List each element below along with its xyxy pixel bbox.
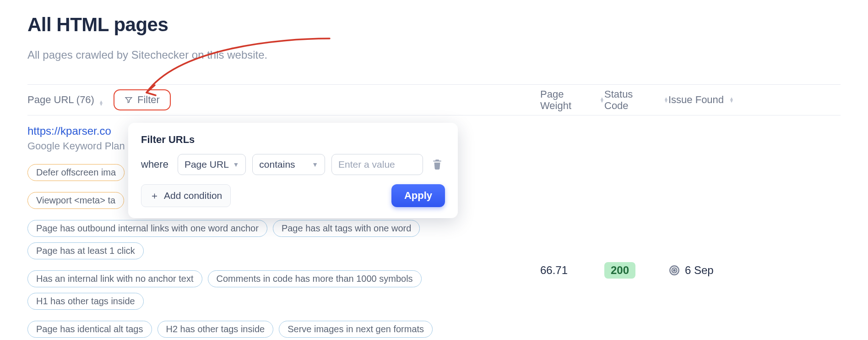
page-subtitle: All pages crawled by Sitechecker on this…: [27, 49, 841, 61]
status-code-badge: 200: [604, 262, 635, 279]
issue-tag[interactable]: Serve images in next gen formats: [279, 321, 433, 338]
target-icon: [668, 264, 680, 276]
funnel-icon: [125, 96, 133, 104]
issue-tag[interactable]: Page has alt tags with one word: [273, 220, 420, 237]
filter-field-select[interactable]: Page URL ▼: [178, 154, 246, 175]
sort-icon: ▲▼: [99, 100, 103, 106]
issue-tag[interactable]: Has an internal link with no anchor text: [27, 270, 202, 287]
issue-tag[interactable]: Viewport <meta> ta: [27, 192, 124, 209]
svg-point-2: [673, 269, 675, 271]
filter-operator-select[interactable]: contains ▼: [252, 154, 325, 175]
plus-icon: ＋: [150, 189, 159, 202]
filter-where-label: where: [141, 159, 168, 170]
column-page-url-label: Page URL (76): [27, 94, 94, 105]
filter-popover: Filter URLs where Page URL ▼ contains ▼ …: [128, 123, 458, 218]
filter-field-select-value: Page URL: [184, 159, 229, 170]
filter-button-label: Filter: [137, 94, 160, 106]
column-status-code[interactable]: Status Code ▲▼: [604, 88, 668, 112]
column-page-url[interactable]: Page URL (76) ▲▼: [27, 94, 103, 106]
column-status-code-label: Status Code: [604, 88, 658, 112]
column-issue-found[interactable]: Issue Found ▲▼: [668, 94, 746, 105]
filter-operator-select-value: contains: [259, 159, 295, 170]
issue-tag[interactable]: Comments in code has more than 1000 symb…: [208, 270, 422, 287]
add-condition-label: Add condition: [164, 190, 222, 201]
issue-tag[interactable]: Defer offscreen ima: [27, 164, 125, 181]
issue-tag[interactable]: H2 has other tags inside: [157, 321, 274, 338]
sort-icon: ▲▼: [600, 97, 604, 103]
trash-icon: [431, 158, 443, 170]
filter-button[interactable]: Filter: [114, 89, 171, 110]
chevron-down-icon: ▼: [312, 161, 318, 168]
filter-popover-title: Filter URLs: [141, 134, 445, 146]
column-issue-found-label: Issue Found: [668, 94, 724, 105]
chevron-down-icon: ▼: [233, 161, 239, 168]
add-condition-button[interactable]: ＋ Add condition: [141, 184, 231, 207]
issue-tag[interactable]: Page has identical alt tags: [27, 321, 152, 338]
issue-tag[interactable]: Page has at least 1 click: [27, 242, 144, 259]
issue-tag[interactable]: Page has outbound internal links with on…: [27, 220, 267, 237]
sort-icon: ▲▼: [729, 97, 734, 103]
issue-tag[interactable]: H1 has other tags inside: [27, 293, 144, 310]
column-page-weight-label: Page Weight: [540, 88, 594, 112]
page-title: All HTML pages: [27, 14, 841, 36]
column-page-weight[interactable]: Page Weight ▲▼: [540, 88, 604, 112]
delete-condition-button[interactable]: [429, 156, 445, 173]
apply-button[interactable]: Apply: [391, 184, 445, 207]
issue-found-date: 6 Sep: [685, 264, 714, 277]
page-url-link[interactable]: https://kparser.co: [27, 125, 111, 137]
sort-icon: ▲▼: [664, 97, 668, 103]
page-weight-value: 66.71: [540, 125, 604, 340]
filter-value-input[interactable]: [331, 154, 423, 175]
